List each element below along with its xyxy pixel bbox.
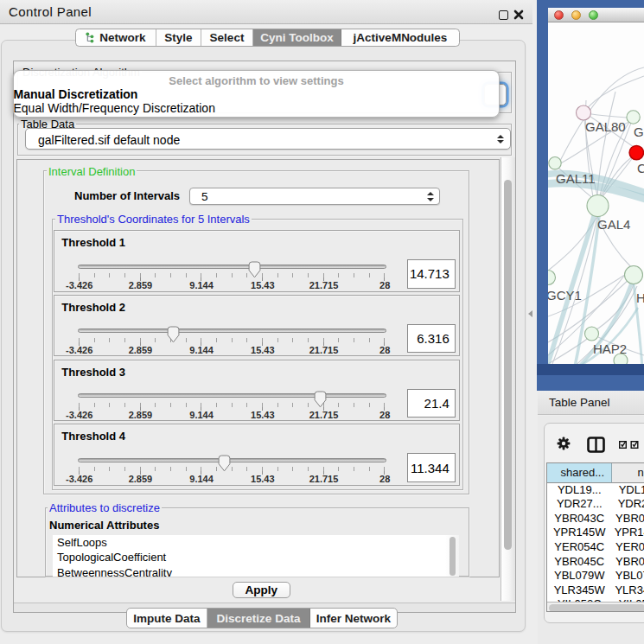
svg-text:GAL11: GAL11 [556, 171, 596, 186]
svg-text:C: C [637, 161, 644, 175]
svg-text:GAL4: GAL4 [597, 217, 630, 232]
svg-text:GCY1: GCY1 [548, 288, 582, 303]
svg-text:GAL80: GAL80 [585, 119, 626, 134]
svg-text:G.: G. [634, 124, 644, 139]
svg-text:H: H [636, 290, 644, 305]
svg-text:HAP2: HAP2 [593, 341, 627, 356]
